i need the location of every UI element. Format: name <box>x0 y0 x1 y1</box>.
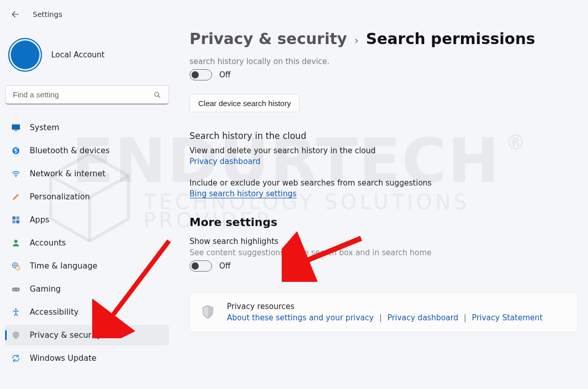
cloud-history-heading: Search history in the cloud <box>190 131 578 141</box>
search-input[interactable] <box>13 90 146 99</box>
highlights-toggle-row: Off <box>190 260 578 272</box>
svg-point-17 <box>14 289 15 290</box>
highlights-title: Show search highlights <box>190 237 578 246</box>
gamepad-icon <box>11 284 20 294</box>
breadcrumb: Privacy & security › Search permissions <box>190 30 578 48</box>
app-title: Settings <box>33 10 62 18</box>
privacy-dashboard-link[interactable]: Privacy dashboard <box>190 157 260 166</box>
nav-item-system[interactable]: System <box>5 117 169 138</box>
svg-rect-12 <box>16 220 19 223</box>
svg-rect-16 <box>12 288 20 292</box>
nav-label: Privacy & security <box>30 331 101 340</box>
separator: | <box>461 313 470 322</box>
sidebar: Local Account System Bluetooth & devices <box>5 32 169 370</box>
main-content: Privacy & security › Search permissions … <box>190 30 578 389</box>
nav-item-bluetooth[interactable]: Bluetooth & devices <box>5 140 169 161</box>
nav-item-accessibility[interactable]: Accessibility <box>5 302 169 322</box>
nav-item-privacy[interactable]: Privacy & security <box>5 325 169 345</box>
nav-item-time[interactable]: Time & language <box>5 256 169 276</box>
nav-label: Windows Update <box>30 354 96 363</box>
nav-item-personalization[interactable]: Personalization <box>5 187 169 207</box>
nav-item-apps[interactable]: Apps <box>5 210 169 230</box>
history-local-clipped-text: search history locally on this device. <box>190 57 578 66</box>
svg-point-18 <box>17 289 18 290</box>
account-name: Local Account <box>51 50 104 59</box>
update-icon <box>11 354 20 363</box>
nav-label: Personalization <box>30 192 90 201</box>
svg-rect-11 <box>12 220 15 223</box>
highlights-desc: See content suggestions in the search bo… <box>190 248 578 257</box>
nav-item-gaming[interactable]: Gaming <box>5 279 169 299</box>
nav-label: Accounts <box>30 238 66 248</box>
privacy-dashboard-link-2[interactable]: Privacy dashboard <box>387 313 458 322</box>
nav-label: Apps <box>30 215 49 224</box>
nav-list: System Bluetooth & devices Network & int… <box>5 116 169 370</box>
nav-label: Accessibility <box>30 308 78 317</box>
svg-rect-9 <box>12 216 15 219</box>
privacy-resources-title: Privacy resources <box>227 302 542 311</box>
arrow-left-icon <box>11 10 20 19</box>
nav-item-network[interactable]: Network & internet <box>5 163 169 184</box>
svg-rect-6 <box>14 130 17 131</box>
history-local-toggle-label: Off <box>219 70 230 79</box>
separator: | <box>376 313 385 322</box>
back-button[interactable] <box>8 7 23 22</box>
globe-clock-icon <box>11 261 20 271</box>
nav-label: Bluetooth & devices <box>30 146 110 155</box>
highlights-toggle-label: Off <box>219 261 230 271</box>
nav-item-update[interactable]: Windows Update <box>5 348 169 368</box>
search-box[interactable] <box>5 85 169 105</box>
nav-label: Gaming <box>30 284 61 294</box>
shield-icon <box>11 331 20 340</box>
search-icon <box>153 91 161 99</box>
privacy-resources-links: About these settings and your privacy | … <box>227 313 542 322</box>
svg-point-13 <box>14 239 17 242</box>
bluetooth-icon <box>11 146 20 155</box>
chevron-right-icon: › <box>354 34 359 47</box>
about-settings-link[interactable]: About these settings and your privacy <box>227 313 374 322</box>
privacy-statement-link[interactable]: Privacy Statement <box>472 313 542 322</box>
history-local-toggle-row: Off <box>190 69 578 80</box>
account-block[interactable]: Local Account <box>5 32 169 85</box>
wifi-icon <box>11 169 20 178</box>
title-bar: Settings <box>0 0 588 22</box>
breadcrumb-current: Search permissions <box>366 30 535 48</box>
svg-line-3 <box>158 96 160 97</box>
nav-item-accounts[interactable]: Accounts <box>5 233 169 253</box>
cloud-history-desc2: Include or exclude your web searches fro… <box>190 178 578 188</box>
highlights-toggle[interactable] <box>190 260 212 272</box>
clear-history-button[interactable]: Clear device search history <box>190 94 300 112</box>
avatar <box>8 38 42 72</box>
nav-label: Time & language <box>30 261 97 271</box>
bing-history-settings-link[interactable]: Bing search history settings <box>190 189 297 198</box>
person-icon <box>11 238 20 248</box>
shield-icon <box>201 304 215 320</box>
svg-rect-10 <box>16 216 19 219</box>
cloud-history-desc: View and delete your search history in t… <box>190 146 578 155</box>
svg-point-8 <box>15 176 16 177</box>
more-settings-heading: More settings <box>190 216 578 229</box>
svg-point-7 <box>12 147 19 154</box>
history-local-toggle[interactable] <box>190 69 212 80</box>
monitor-icon <box>11 123 20 132</box>
paintbrush-icon <box>11 192 20 201</box>
accessibility-icon <box>11 308 20 317</box>
apps-icon <box>11 215 20 224</box>
svg-point-19 <box>15 308 16 310</box>
privacy-resources-card: Privacy resources About these settings a… <box>190 292 578 332</box>
svg-rect-4 <box>12 125 20 130</box>
nav-label: Network & internet <box>30 169 106 178</box>
breadcrumb-parent[interactable]: Privacy & security <box>190 30 347 48</box>
nav-label: System <box>30 123 59 132</box>
